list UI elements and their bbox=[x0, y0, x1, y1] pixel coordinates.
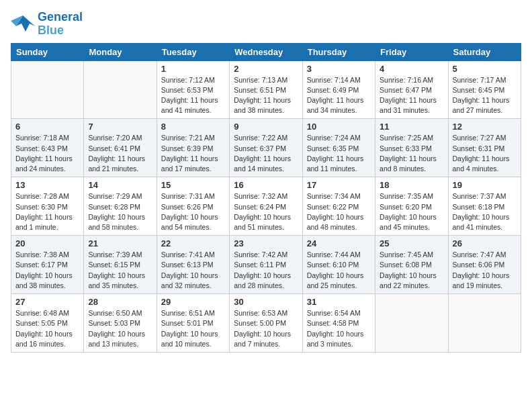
day-number: 28 bbox=[88, 297, 152, 307]
day-info: Sunrise: 7:39 AM Sunset: 6:15 PM Dayligh… bbox=[88, 250, 152, 291]
calendar-week-row: 1Sunrise: 7:12 AM Sunset: 6:53 PM Daylig… bbox=[11, 60, 521, 119]
day-number: 2 bbox=[234, 64, 298, 74]
day-info: Sunrise: 7:17 AM Sunset: 6:45 PM Dayligh… bbox=[453, 75, 517, 116]
day-info: Sunrise: 7:38 AM Sunset: 6:17 PM Dayligh… bbox=[15, 250, 79, 291]
calendar-cell: 11Sunrise: 7:25 AM Sunset: 6:33 PM Dayli… bbox=[375, 119, 448, 177]
day-number: 25 bbox=[380, 238, 443, 248]
day-info: Sunrise: 7:44 AM Sunset: 6:10 PM Dayligh… bbox=[307, 250, 371, 291]
header-wednesday: Wednesday bbox=[230, 43, 302, 60]
day-number: 27 bbox=[15, 297, 79, 307]
day-info: Sunrise: 7:45 AM Sunset: 6:08 PM Dayligh… bbox=[380, 250, 443, 291]
day-number: 23 bbox=[234, 238, 298, 248]
day-number: 8 bbox=[161, 122, 225, 132]
day-info: Sunrise: 7:29 AM Sunset: 6:28 PM Dayligh… bbox=[88, 191, 152, 232]
day-number: 22 bbox=[161, 238, 225, 248]
day-number: 21 bbox=[88, 238, 152, 248]
logo-icon bbox=[11, 14, 35, 34]
logo: General Blue bbox=[11, 11, 83, 38]
day-number: 17 bbox=[307, 180, 371, 190]
day-info: Sunrise: 7:12 AM Sunset: 6:53 PM Dayligh… bbox=[161, 75, 225, 116]
calendar-cell: 30Sunrise: 6:53 AM Sunset: 5:00 PM Dayli… bbox=[230, 294, 302, 353]
calendar-week-row: 13Sunrise: 7:28 AM Sunset: 6:30 PM Dayli… bbox=[11, 177, 521, 236]
day-info: Sunrise: 7:42 AM Sunset: 6:11 PM Dayligh… bbox=[234, 250, 298, 291]
day-info: Sunrise: 7:37 AM Sunset: 6:18 PM Dayligh… bbox=[453, 191, 517, 232]
day-info: Sunrise: 7:20 AM Sunset: 6:41 PM Dayligh… bbox=[88, 133, 152, 174]
day-number: 3 bbox=[307, 64, 371, 74]
day-info: Sunrise: 6:51 AM Sunset: 5:01 PM Dayligh… bbox=[161, 308, 225, 349]
calendar-cell: 25Sunrise: 7:45 AM Sunset: 6:08 PM Dayli… bbox=[375, 236, 448, 294]
calendar-week-row: 6Sunrise: 7:18 AM Sunset: 6:43 PM Daylig… bbox=[11, 119, 521, 177]
calendar-cell: 9Sunrise: 7:22 AM Sunset: 6:37 PM Daylig… bbox=[230, 119, 302, 177]
calendar-cell: 31Sunrise: 6:54 AM Sunset: 4:58 PM Dayli… bbox=[302, 294, 375, 353]
day-info: Sunrise: 7:13 AM Sunset: 6:51 PM Dayligh… bbox=[234, 75, 298, 116]
day-number: 31 bbox=[307, 297, 371, 307]
day-info: Sunrise: 7:21 AM Sunset: 6:39 PM Dayligh… bbox=[161, 133, 225, 174]
header-saturday: Saturday bbox=[448, 43, 521, 60]
page-header: General Blue bbox=[11, 11, 521, 38]
day-number: 12 bbox=[453, 122, 517, 132]
day-info: Sunrise: 7:18 AM Sunset: 6:43 PM Dayligh… bbox=[15, 133, 79, 174]
calendar-cell: 21Sunrise: 7:39 AM Sunset: 6:15 PM Dayli… bbox=[84, 236, 157, 294]
calendar-cell bbox=[11, 60, 84, 119]
header-tuesday: Tuesday bbox=[157, 43, 229, 60]
calendar-cell: 2Sunrise: 7:13 AM Sunset: 6:51 PM Daylig… bbox=[230, 60, 302, 119]
day-info: Sunrise: 7:35 AM Sunset: 6:20 PM Dayligh… bbox=[380, 191, 443, 232]
day-info: Sunrise: 6:50 AM Sunset: 5:03 PM Dayligh… bbox=[88, 308, 152, 349]
day-number: 19 bbox=[453, 180, 517, 190]
day-info: Sunrise: 7:47 AM Sunset: 6:06 PM Dayligh… bbox=[453, 250, 517, 291]
day-number: 30 bbox=[234, 297, 298, 307]
calendar-cell: 1Sunrise: 7:12 AM Sunset: 6:53 PM Daylig… bbox=[157, 60, 229, 119]
calendar-cell: 27Sunrise: 6:48 AM Sunset: 5:05 PM Dayli… bbox=[11, 294, 84, 353]
logo-text: General Blue bbox=[38, 11, 83, 38]
day-number: 29 bbox=[161, 297, 225, 307]
calendar-week-row: 27Sunrise: 6:48 AM Sunset: 5:05 PM Dayli… bbox=[11, 294, 521, 353]
calendar-cell: 29Sunrise: 6:51 AM Sunset: 5:01 PM Dayli… bbox=[157, 294, 229, 353]
calendar-cell: 20Sunrise: 7:38 AM Sunset: 6:17 PM Dayli… bbox=[11, 236, 84, 294]
calendar-cell: 26Sunrise: 7:47 AM Sunset: 6:06 PM Dayli… bbox=[448, 236, 521, 294]
calendar-cell: 12Sunrise: 7:27 AM Sunset: 6:31 PM Dayli… bbox=[448, 119, 521, 177]
calendar-cell: 28Sunrise: 6:50 AM Sunset: 5:03 PM Dayli… bbox=[84, 294, 157, 353]
day-info: Sunrise: 7:32 AM Sunset: 6:24 PM Dayligh… bbox=[234, 191, 298, 232]
calendar-cell: 15Sunrise: 7:31 AM Sunset: 6:26 PM Dayli… bbox=[157, 177, 229, 236]
day-info: Sunrise: 7:16 AM Sunset: 6:47 PM Dayligh… bbox=[380, 75, 443, 116]
day-number: 15 bbox=[161, 180, 225, 190]
calendar-cell: 23Sunrise: 7:42 AM Sunset: 6:11 PM Dayli… bbox=[230, 236, 302, 294]
calendar-cell bbox=[84, 60, 157, 119]
day-info: Sunrise: 7:27 AM Sunset: 6:31 PM Dayligh… bbox=[453, 133, 517, 174]
calendar-cell: 3Sunrise: 7:14 AM Sunset: 6:49 PM Daylig… bbox=[302, 60, 375, 119]
day-number: 4 bbox=[380, 64, 443, 74]
day-number: 14 bbox=[88, 180, 152, 190]
calendar-cell: 18Sunrise: 7:35 AM Sunset: 6:20 PM Dayli… bbox=[375, 177, 448, 236]
day-info: Sunrise: 7:25 AM Sunset: 6:33 PM Dayligh… bbox=[380, 133, 443, 174]
header-friday: Friday bbox=[375, 43, 448, 60]
calendar-cell: 24Sunrise: 7:44 AM Sunset: 6:10 PM Dayli… bbox=[302, 236, 375, 294]
day-info: Sunrise: 6:53 AM Sunset: 5:00 PM Dayligh… bbox=[234, 308, 298, 349]
day-number: 1 bbox=[161, 64, 225, 74]
day-info: Sunrise: 7:14 AM Sunset: 6:49 PM Dayligh… bbox=[307, 75, 371, 116]
calendar-cell: 10Sunrise: 7:24 AM Sunset: 6:35 PM Dayli… bbox=[302, 119, 375, 177]
day-number: 26 bbox=[453, 238, 517, 248]
day-info: Sunrise: 7:22 AM Sunset: 6:37 PM Dayligh… bbox=[234, 133, 298, 174]
day-number: 11 bbox=[380, 122, 443, 132]
header-monday: Monday bbox=[84, 43, 157, 60]
day-number: 13 bbox=[15, 180, 79, 190]
day-number: 24 bbox=[307, 238, 371, 248]
calendar-cell: 16Sunrise: 7:32 AM Sunset: 6:24 PM Dayli… bbox=[230, 177, 302, 236]
calendar-cell bbox=[375, 294, 448, 353]
calendar-header-row: SundayMondayTuesdayWednesdayThursdayFrid… bbox=[11, 43, 521, 60]
day-number: 16 bbox=[234, 180, 298, 190]
header-sunday: Sunday bbox=[11, 43, 84, 60]
calendar-cell: 4Sunrise: 7:16 AM Sunset: 6:47 PM Daylig… bbox=[375, 60, 448, 119]
day-number: 9 bbox=[234, 122, 298, 132]
calendar-cell: 13Sunrise: 7:28 AM Sunset: 6:30 PM Dayli… bbox=[11, 177, 84, 236]
day-info: Sunrise: 7:41 AM Sunset: 6:13 PM Dayligh… bbox=[161, 250, 225, 291]
day-info: Sunrise: 7:34 AM Sunset: 6:22 PM Dayligh… bbox=[307, 191, 371, 232]
calendar-cell: 5Sunrise: 7:17 AM Sunset: 6:45 PM Daylig… bbox=[448, 60, 521, 119]
day-number: 6 bbox=[15, 122, 79, 132]
calendar-cell: 7Sunrise: 7:20 AM Sunset: 6:41 PM Daylig… bbox=[84, 119, 157, 177]
calendar-cell: 17Sunrise: 7:34 AM Sunset: 6:22 PM Dayli… bbox=[302, 177, 375, 236]
calendar-week-row: 20Sunrise: 7:38 AM Sunset: 6:17 PM Dayli… bbox=[11, 236, 521, 294]
day-number: 18 bbox=[380, 180, 443, 190]
calendar-cell: 14Sunrise: 7:29 AM Sunset: 6:28 PM Dayli… bbox=[84, 177, 157, 236]
day-number: 20 bbox=[15, 238, 79, 248]
